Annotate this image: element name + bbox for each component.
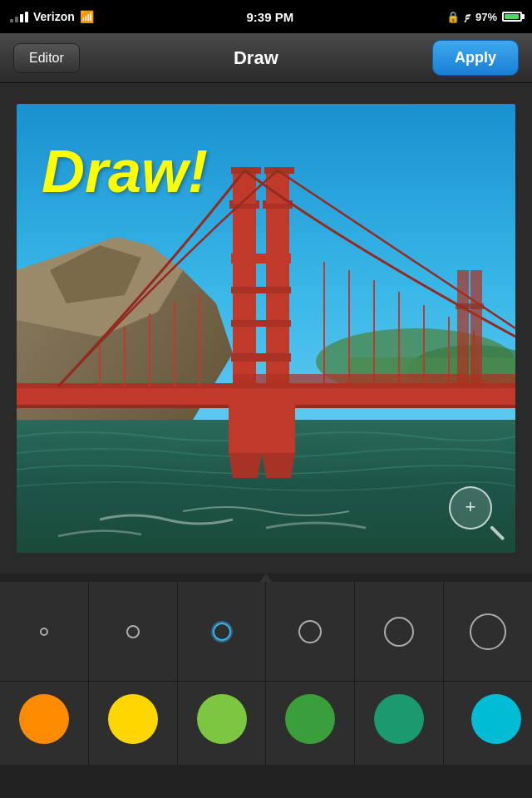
status-time: 9:39 PM — [247, 10, 294, 24]
zoom-button[interactable]: + — [449, 486, 492, 530]
zoom-plus-icon: + — [466, 498, 476, 516]
color-cell-cyan[interactable] — [444, 673, 532, 765]
brush-circle-5 — [470, 613, 506, 650]
status-left: Verizon 📶 — [10, 10, 94, 23]
brush-cell-5[interactable] — [444, 582, 532, 682]
color-dot-light-green — [197, 694, 247, 744]
svg-rect-37 — [262, 403, 295, 453]
color-dot-cyan — [471, 694, 521, 744]
color-cell-light-green[interactable] — [178, 673, 267, 765]
brush-circle-1 — [126, 625, 140, 638]
brush-cell-0[interactable] — [0, 582, 89, 682]
canvas-area: Draw! + — [0, 83, 532, 574]
svg-rect-36 — [229, 403, 262, 453]
svg-rect-41 — [470, 270, 482, 387]
color-dot-green — [285, 694, 335, 744]
battery-pct-label: 97% — [475, 11, 497, 23]
color-dot-yellow — [108, 694, 158, 744]
svg-rect-40 — [457, 270, 469, 387]
wifi-icon: 📶 — [80, 10, 94, 23]
signal-icon — [10, 12, 28, 22]
brush-cell-1[interactable] — [89, 582, 178, 682]
color-cell-orange[interactable] — [0, 673, 89, 765]
svg-marker-39 — [262, 453, 295, 478]
color-cell-green[interactable] — [266, 673, 355, 765]
svg-rect-12 — [231, 254, 291, 264]
brush-size-row — [0, 574, 532, 673]
bluetooth-icon: 𝟋 — [465, 10, 470, 23]
color-cell-teal[interactable] — [355, 673, 444, 765]
brush-cell-4[interactable] — [355, 582, 444, 682]
brush-cell-3[interactable] — [266, 582, 355, 682]
svg-rect-15 — [231, 353, 291, 362]
svg-rect-42 — [456, 303, 484, 309]
brush-circle-4 — [384, 617, 414, 647]
lock-icon: 🔒 — [446, 11, 460, 23]
color-row — [0, 673, 532, 765]
color-cell-yellow[interactable] — [89, 673, 178, 765]
color-dot-teal — [374, 694, 424, 744]
brush-circle-3 — [298, 620, 322, 643]
svg-rect-13 — [231, 287, 291, 293]
status-right: 🔒 𝟋 97% — [446, 10, 522, 23]
svg-rect-14 — [231, 320, 291, 327]
nav-title: Draw — [234, 47, 278, 69]
brush-circle-2 — [213, 623, 231, 641]
bottom-toolbar — [0, 574, 532, 798]
apply-button[interactable]: Apply — [432, 40, 519, 76]
image-container[interactable]: Draw! + — [17, 104, 515, 553]
editor-back-button[interactable]: Editor — [13, 43, 80, 73]
image-svg — [17, 104, 515, 553]
brush-circle-0 — [40, 628, 48, 636]
status-bar: Verizon 📶 9:39 PM 🔒 𝟋 97% — [0, 0, 532, 33]
nav-bar: Editor Draw Apply — [0, 33, 532, 83]
brush-cell-2[interactable] — [178, 582, 267, 682]
svg-rect-20 — [17, 387, 515, 405]
color-dot-orange — [19, 694, 69, 744]
carrier-label: Verizon — [33, 10, 75, 23]
battery-icon — [502, 12, 522, 22]
svg-marker-38 — [229, 453, 262, 478]
